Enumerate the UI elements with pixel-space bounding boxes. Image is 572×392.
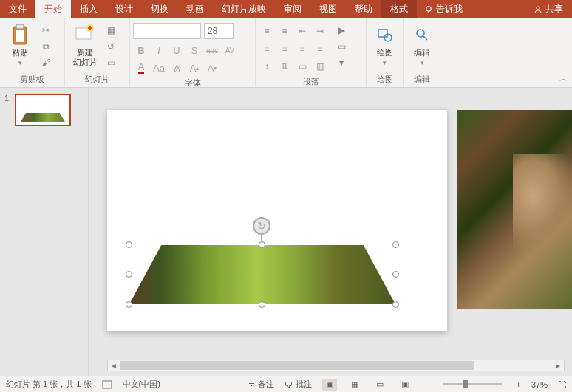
tell-me[interactable]: 告诉我	[417, 0, 470, 18]
reset-button[interactable]: ↺	[103, 39, 118, 54]
tab-format[interactable]: 格式	[381, 0, 417, 18]
scroll-track[interactable]	[120, 360, 552, 371]
person-icon	[534, 5, 542, 14]
new-slide-button[interactable]: 新建 幻灯片	[68, 20, 102, 67]
shadow-button[interactable]: S	[186, 42, 202, 58]
underline-button[interactable]: U	[168, 42, 185, 58]
resize-handle-tr[interactable]	[392, 241, 399, 248]
notes-icon: ≑	[248, 379, 255, 389]
tab-slideshow[interactable]: 幻灯片放映	[213, 0, 275, 18]
italic-button[interactable]: I	[151, 42, 167, 58]
normal-view-button[interactable]: ▣	[322, 379, 337, 391]
tab-animations[interactable]: 动画	[177, 0, 213, 18]
horizontal-scrollbar[interactable]: ◂ ▸	[107, 360, 565, 371]
comments-button[interactable]: 🗨 批注	[285, 379, 312, 390]
zoom-in-button[interactable]: +	[517, 380, 521, 389]
format-painter-button[interactable]: 🖌	[38, 55, 53, 70]
justify-button[interactable]: ≡	[312, 41, 328, 57]
alignc-icon: ≡	[282, 44, 287, 54]
reading-view-button[interactable]: ▭	[372, 379, 387, 391]
tab-insert[interactable]: 插入	[71, 0, 106, 18]
linespace-icon: ↕	[265, 61, 269, 72]
share-button[interactable]: 共享	[525, 0, 572, 18]
grow-font-button[interactable]: A▴	[186, 60, 202, 76]
decrease-indent-button[interactable]: ⇤	[294, 23, 310, 39]
bullets-button[interactable]: ≡	[259, 23, 275, 39]
scroll-left-button[interactable]: ◂	[108, 360, 120, 371]
resize-handle-tl[interactable]	[126, 241, 132, 248]
align-right-button[interactable]: ≡	[294, 41, 310, 57]
resize-handle-l[interactable]	[126, 271, 132, 278]
rotate-handle[interactable]: ↻	[253, 217, 270, 235]
editing-button[interactable]: 编辑 ▾	[406, 20, 437, 66]
fit-window-button[interactable]: ⛶	[558, 380, 566, 389]
zoom-out-button[interactable]: −	[423, 380, 427, 389]
drawing-button[interactable]: 绘图 ▾	[370, 20, 400, 66]
status-language[interactable]: 中文(中国)	[123, 379, 160, 390]
slide-canvas-area[interactable]: ↻ ◂ ▸ ↖	[89, 88, 572, 376]
align-center-button[interactable]: ≡	[276, 41, 293, 57]
change-case-button[interactable]: Aa	[151, 60, 167, 76]
tab-file[interactable]: 文件	[0, 0, 35, 18]
justify-icon: ≡	[317, 44, 322, 54]
slideshow-view-button[interactable]: ▣	[398, 379, 412, 391]
tab-design[interactable]: 设计	[106, 0, 142, 18]
resize-handle-bl[interactable]	[126, 301, 132, 308]
cut-button[interactable]: ✂	[38, 23, 53, 38]
zoom-slider-knob[interactable]	[463, 380, 468, 388]
more-icon: ▾	[339, 58, 344, 68]
resize-handle-t[interactable]	[259, 241, 265, 248]
font-size-select[interactable]: 28	[204, 23, 234, 39]
bold-button[interactable]: B	[133, 42, 149, 58]
tab-transitions[interactable]: 切换	[142, 0, 177, 18]
resize-handle-r[interactable]	[392, 271, 399, 278]
resize-handle-br[interactable]	[392, 301, 399, 308]
trapezoid-image	[129, 245, 395, 304]
char-spacing-button[interactable]: AV	[222, 42, 238, 58]
group-label-editing: 编辑	[406, 72, 437, 87]
resize-handle-b[interactable]	[259, 301, 265, 308]
numbering-button[interactable]: ≡	[276, 23, 293, 39]
accessibility-icon[interactable]	[102, 380, 112, 389]
tab-help[interactable]: 帮助	[346, 0, 381, 18]
layout-button[interactable]: ▦	[103, 23, 118, 38]
convert-button[interactable]: ▭	[334, 39, 349, 54]
paste-button[interactable]: 粘贴 ▾	[3, 20, 37, 66]
slide-thumbnail-1[interactable]	[15, 94, 71, 126]
svg-rect-5	[16, 30, 24, 42]
align-left-button[interactable]: ≡	[259, 41, 275, 57]
find-icon	[410, 23, 434, 47]
scissors-icon: ✂	[42, 25, 50, 35]
sorter-view-button[interactable]: ▦	[347, 379, 362, 391]
align-text-button[interactable]: ▭	[294, 58, 310, 75]
tab-review[interactable]: 审阅	[275, 0, 310, 18]
eraser-icon: A̷	[174, 63, 180, 74]
svg-rect-12	[103, 381, 112, 388]
collapse-ribbon-button[interactable]: ︿	[559, 73, 568, 84]
scroll-right-button[interactable]: ▸	[552, 360, 564, 371]
more-para-button[interactable]: ▾	[334, 55, 349, 70]
columns-button[interactable]: ▥	[312, 58, 328, 75]
font-name-select[interactable]	[133, 23, 201, 39]
off-canvas-image[interactable]	[457, 110, 572, 309]
scroll-thumb[interactable]	[120, 361, 474, 370]
section-button[interactable]: ▭	[103, 55, 118, 70]
copy-button[interactable]: ⧉	[38, 39, 53, 54]
clear-format-button[interactable]: A̷	[168, 60, 185, 76]
smartart-button[interactable]: ▶	[334, 23, 349, 38]
increase-indent-button[interactable]: ⇥	[312, 23, 328, 39]
shrink-font-button[interactable]: A▾	[204, 60, 220, 76]
font-color-button[interactable]: A	[133, 60, 149, 76]
strike-button[interactable]: abc	[204, 42, 220, 58]
zoom-percent[interactable]: 37%	[531, 380, 548, 389]
tab-home[interactable]: 开始	[35, 0, 71, 18]
tell-me-label: 告诉我	[436, 3, 463, 16]
notes-button[interactable]: ≑ 备注	[248, 379, 274, 390]
zoom-slider[interactable]	[443, 383, 502, 385]
group-label-drawing: 绘图	[370, 72, 400, 87]
line-spacing-button[interactable]: ↕	[259, 58, 275, 75]
selected-shape[interactable]	[129, 245, 395, 304]
tab-view[interactable]: 视图	[310, 0, 346, 18]
text-direction-button[interactable]: ⇅	[276, 58, 293, 75]
svg-point-9	[384, 34, 392, 41]
